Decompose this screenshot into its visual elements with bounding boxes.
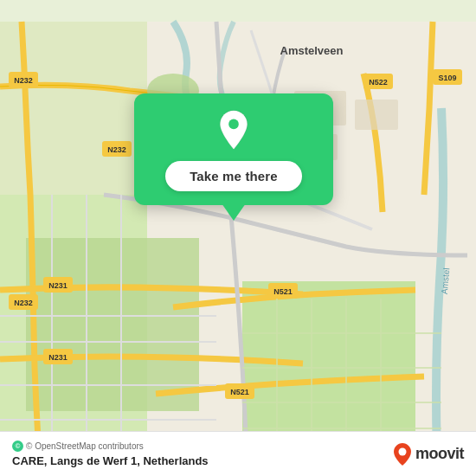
svg-text:N231: N231: [48, 353, 68, 362]
svg-text:Amstelveen: Amstelveen: [280, 44, 344, 57]
svg-text:N522: N522: [369, 78, 388, 87]
attribution-text: © OpenStreetMap contributors: [26, 441, 144, 451]
location-name: CARE, Langs de Werf 1, Netherlands: [12, 454, 209, 467]
svg-text:N521: N521: [230, 388, 249, 396]
moovit-logo: moovit: [393, 442, 464, 466]
svg-text:N232: N232: [14, 299, 33, 307]
svg-point-44: [228, 119, 239, 130]
svg-text:S109: S109: [438, 74, 456, 82]
svg-text:N232: N232: [107, 145, 126, 154]
location-pin-icon: [213, 109, 254, 151]
attribution: © © OpenStreetMap contributors: [12, 441, 209, 452]
svg-text:N231: N231: [48, 281, 68, 290]
map-background: N232 N232 N231 N231 N521 N521 N522 S109 …: [0, 0, 476, 476]
osm-logo: ©: [12, 441, 23, 452]
moovit-text: moovit: [415, 445, 464, 463]
bottom-info: © © OpenStreetMap contributors CARE, Lan…: [12, 441, 209, 467]
svg-text:N232: N232: [14, 76, 33, 85]
svg-rect-41: [355, 100, 398, 130]
svg-point-45: [398, 447, 406, 455]
svg-text:N521: N521: [273, 287, 293, 296]
moovit-pin-icon: [393, 442, 412, 466]
popup-card: Take me there: [134, 93, 333, 205]
map-container: N232 N232 N231 N231 N521 N521 N522 S109 …: [0, 0, 476, 476]
take-me-there-button[interactable]: Take me there: [165, 161, 302, 191]
bottom-bar: © © OpenStreetMap contributors CARE, Lan…: [0, 431, 476, 476]
